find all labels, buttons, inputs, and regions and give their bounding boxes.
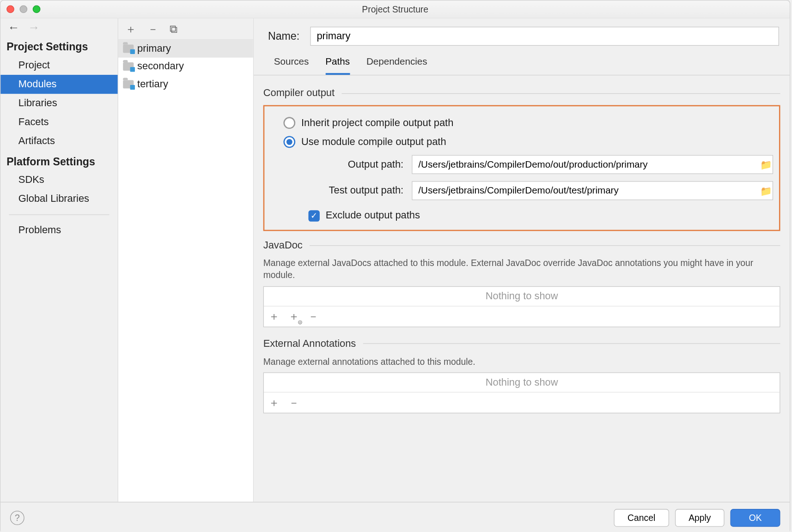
nav-forward-icon: → [28,20,40,34]
radio-use-label: Use module compile output path [301,136,446,148]
module-detail-panel: Name: Sources Paths Dependencies Compile… [254,18,790,502]
javadoc-add-icon[interactable]: ＋ [268,308,280,324]
dialog-footer: ? Cancel Apply OK [0,502,790,532]
module-list-panel: ＋ － ⧉ primary secondary tertiary [118,18,254,502]
add-module-icon[interactable]: ＋ [125,21,136,36]
ext-ann-add-icon[interactable]: ＋ [268,395,280,410]
javadoc-add-url-icon[interactable]: ＋⊚ [288,308,299,324]
apply-button[interactable]: Apply [675,508,725,526]
compiler-output-heading: Compiler output [263,87,335,99]
tab-dependencies[interactable]: Dependencies [366,56,427,75]
output-path-input[interactable] [412,159,759,170]
titlebar: Project Structure [0,0,790,18]
javadoc-description: Manage external JavaDocs attached to thi… [263,257,780,281]
module-folder-icon [123,62,134,71]
external-annotations-description: Manage external annotations attached to … [263,356,780,368]
section-divider [363,343,780,344]
module-folder-icon [123,80,134,89]
sidebar-item-project[interactable]: Project [0,56,117,75]
sidebar-group-platform-settings: Platform Settings [0,151,117,170]
sidebar-group-project-settings: Project Settings [0,36,117,55]
radio-inherit-row[interactable]: Inherit project compile output path [270,114,773,133]
exclude-output-checkbox[interactable]: ✓ [308,210,319,221]
sidebar-item-global-libraries[interactable]: Global Libraries [0,189,117,208]
compiler-output-highlight: Inherit project compile output path Use … [263,105,780,231]
radio-use-row[interactable]: Use module compile output path [270,133,773,151]
exclude-output-row[interactable]: ✓ Exclude output paths [270,204,773,222]
remove-module-icon[interactable]: － [147,21,158,36]
module-name-label: Name: [268,30,299,42]
browse-folder-icon[interactable]: 📁 [760,159,773,170]
module-name-input[interactable] [310,27,779,46]
tab-paths[interactable]: Paths [325,56,350,75]
sidebar-item-modules[interactable]: Modules [0,75,117,94]
help-icon[interactable]: ? [10,510,24,525]
sidebar-item-sdks[interactable]: SDKs [0,170,117,189]
test-output-path-label: Test output path: [308,185,403,197]
exclude-output-label: Exclude output paths [326,210,420,222]
radio-inherit[interactable] [283,117,295,129]
ext-ann-remove-icon[interactable]: － [288,395,299,410]
test-output-path-input[interactable] [412,185,759,196]
module-toolbar: ＋ － ⧉ [118,18,253,40]
section-divider [310,245,780,245]
nav-back-icon[interactable]: ← [8,20,20,34]
module-item-tertiary[interactable]: tertiary [118,75,253,93]
section-divider [341,93,780,93]
module-item-primary[interactable]: primary [118,40,253,58]
javadoc-heading: JavaDoc [263,239,303,251]
window-title: Project Structure [0,4,790,14]
radio-inherit-label: Inherit project compile output path [301,117,453,129]
sidebar-item-libraries[interactable]: Libraries [0,94,117,113]
module-item-label: primary [137,43,171,55]
javadoc-listbox: Nothing to show ＋ ＋⊚ － [263,286,780,327]
external-annotations-empty-text: Nothing to show [264,373,780,392]
javadoc-empty-text: Nothing to show [264,286,780,305]
external-annotations-heading: External Annotations [263,338,356,350]
cancel-button[interactable]: Cancel [614,508,669,526]
sidebar-separator [9,214,109,215]
output-path-label: Output path: [308,158,403,170]
ok-button[interactable]: OK [731,508,780,526]
module-folder-icon [123,44,134,53]
copy-module-icon[interactable]: ⧉ [170,22,178,35]
sidebar-item-facets[interactable]: Facets [0,113,117,132]
sidebar-item-problems[interactable]: Problems [0,221,117,240]
module-tabs: Sources Paths Dependencies [254,46,790,75]
sidebar-item-artifacts[interactable]: Artifacts [0,132,117,151]
module-item-label: tertiary [137,79,168,91]
external-annotations-listbox: Nothing to show ＋ － [263,372,780,413]
settings-sidebar: ← → Project Settings Project Modules Lib… [0,18,118,502]
radio-use-module[interactable] [283,136,295,148]
browse-folder-icon[interactable]: 📁 [760,185,773,196]
module-item-label: secondary [137,60,184,73]
javadoc-remove-icon[interactable]: － [308,308,319,324]
module-item-secondary[interactable]: secondary [118,58,253,76]
tab-sources[interactable]: Sources [274,56,309,75]
